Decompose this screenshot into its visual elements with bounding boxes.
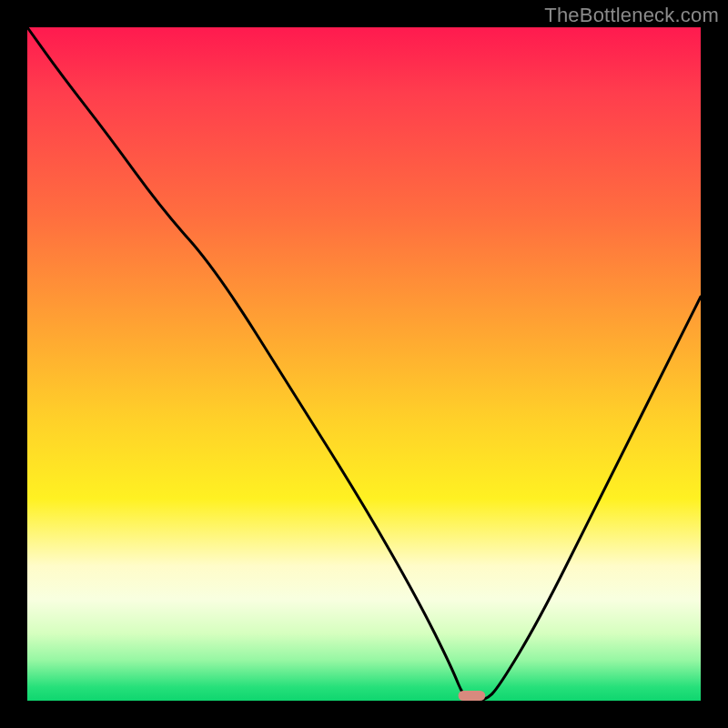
- chart-frame: TheBottleneck.com: [0, 0, 728, 728]
- bottleneck-curve: [27, 27, 701, 701]
- chart-svg: [27, 27, 701, 701]
- watermark-label: TheBottleneck.com: [544, 4, 719, 27]
- plot-area: [27, 27, 701, 701]
- optimal-point-marker: [459, 691, 486, 701]
